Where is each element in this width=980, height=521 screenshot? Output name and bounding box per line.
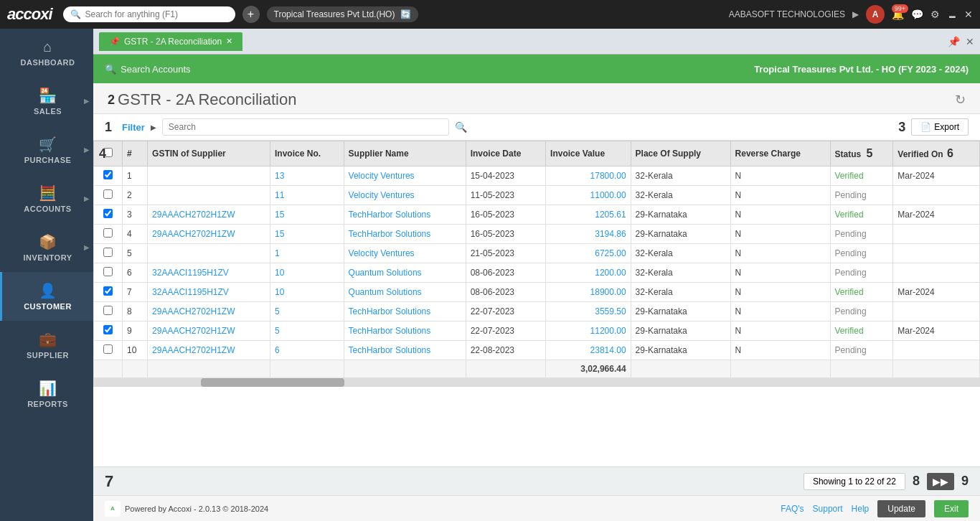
customer-icon: 👤 — [39, 282, 57, 299]
global-search-input[interactable] — [85, 9, 228, 19]
tab-pin-icon: 📌 — [109, 37, 120, 47]
purchase-icon: 🛒 — [39, 136, 57, 153]
sidebar-item-purchase[interactable]: 🛒 PURCHASE ▶ — [0, 126, 93, 174]
scrollbar-thumb[interactable] — [201, 378, 344, 387]
filter-play-icon[interactable]: ▶ — [151, 123, 156, 131]
row-invoice-no[interactable]: 11 — [270, 186, 344, 205]
tab-ctrl-close[interactable]: ✕ — [966, 36, 974, 47]
row-checkbox[interactable] — [103, 209, 113, 218]
row-invoice-no[interactable]: 15 — [270, 205, 344, 225]
row-num: 3 — [123, 205, 148, 225]
row-invoice-no[interactable]: 10 — [270, 263, 344, 283]
row-checkbox-cell — [94, 166, 123, 186]
table-row: 329AAACH2702H1ZW15TechHarbor Solutions16… — [94, 205, 980, 225]
row-checkbox-cell — [94, 341, 123, 360]
settings-icon[interactable]: ⚙ — [930, 9, 940, 20]
support-link[interactable]: Support — [813, 504, 843, 514]
row-invoice-date: 22-07-2023 — [466, 321, 545, 341]
refresh-icon[interactable]: ↻ — [955, 92, 966, 108]
total-cell: 3,02,966.44 — [546, 360, 631, 378]
filter-search-input[interactable] — [162, 118, 449, 136]
add-button[interactable]: + — [242, 6, 260, 23]
filter-search-icon[interactable]: 🔍 — [455, 121, 467, 133]
row-invoice-no[interactable]: 5 — [270, 302, 344, 321]
footer-bar: A Powered by Accoxi - 2.0.13 © 2018-2024… — [93, 495, 980, 521]
messages-icon[interactable]: 💬 — [911, 9, 923, 20]
close-icon[interactable]: ✕ — [964, 9, 973, 20]
row-invoice-no[interactable]: 1 — [270, 244, 344, 263]
row-checkbox[interactable] — [103, 286, 113, 296]
table-row: 929AAACH2702H1ZW5TechHarbor Solutions22-… — [94, 321, 980, 341]
row-status: Verified — [830, 166, 893, 186]
row-checkbox[interactable] — [103, 228, 113, 238]
sidebar-item-customer[interactable]: 👤 CUSTOMER — [0, 272, 93, 321]
tab-close-icon[interactable]: ✕ — [226, 37, 232, 46]
sidebar-item-reports[interactable]: 📊 REPORTS — [0, 370, 93, 418]
supplier-icon: 💼 — [39, 331, 57, 348]
exit-button[interactable]: Exit — [934, 500, 969, 517]
col-supplier-name: Supplier Name — [344, 141, 466, 166]
sidebar-item-accounts[interactable]: 🧮 ACCOUNTS ▶ — [0, 174, 93, 223]
search-accounts-btn[interactable]: 🔍 Search Accounts — [105, 64, 191, 75]
row-checkbox-cell — [94, 283, 123, 302]
total-cell — [730, 360, 830, 378]
number-badge-9: 9 — [961, 474, 969, 489]
row-checkbox[interactable] — [103, 325, 113, 334]
row-gstin: 29AAACH2702H1ZW — [148, 321, 270, 341]
row-invoice-value: 17800.00 — [546, 166, 631, 186]
row-checkbox[interactable] — [103, 248, 113, 257]
update-button[interactable]: Update — [877, 500, 925, 517]
table-row: 211Velocity Ventures11-05-202311000.0032… — [94, 186, 980, 205]
sidebar-item-dashboard[interactable]: ⌂ DASHBOARD — [0, 29, 93, 77]
minimize-icon[interactable]: 🗕 — [947, 9, 957, 20]
filter-button[interactable]: Filter — [122, 122, 145, 133]
row-checkbox[interactable] — [103, 344, 113, 354]
row-checkbox[interactable] — [103, 189, 113, 199]
row-invoice-no[interactable]: 6 — [270, 341, 344, 360]
content-area: 📌 GSTR - 2A Reconciliation ✕ 📌 ✕ 🔍 Searc… — [93, 29, 980, 521]
horizontal-scrollbar[interactable] — [93, 378, 980, 387]
help-link[interactable]: Help — [852, 504, 870, 514]
row-supplier-name: Quantum Solutions — [344, 263, 466, 283]
row-checkbox[interactable] — [103, 306, 113, 315]
sidebar-item-supplier[interactable]: 💼 SUPPLIER — [0, 321, 93, 370]
global-search[interactable]: 🔍 — [63, 6, 235, 22]
company-selector[interactable]: Tropical Treasures Pvt Ltd.(HO) 🔄 — [267, 6, 419, 22]
tab-ctrl-pin[interactable]: 📌 — [948, 36, 960, 47]
row-status: Pending — [830, 302, 893, 321]
faqs-link[interactable]: FAQ's — [781, 504, 804, 514]
sidebar-item-inventory[interactable]: 📦 INVENTORY ▶ — [0, 223, 93, 272]
row-verified-on — [893, 244, 980, 263]
row-checkbox[interactable] — [103, 267, 113, 276]
row-invoice-value: 18900.00 — [546, 283, 631, 302]
row-supplier-name: TechHarbor Solutions — [344, 225, 466, 244]
row-invoice-value: 6725.00 — [546, 244, 631, 263]
row-invoice-value: 3194.86 — [546, 225, 631, 244]
title-area: 2 GSTR - 2A Reconciliation ↻ — [93, 83, 980, 114]
refresh-company-icon[interactable]: 🔄 — [400, 9, 411, 19]
user-avatar[interactable]: A — [866, 5, 885, 24]
sidebar-item-sales[interactable]: 🏪 SALES ▶ — [0, 77, 93, 126]
row-checkbox[interactable] — [103, 170, 113, 179]
row-invoice-no[interactable]: 10 — [270, 283, 344, 302]
page-next-btn[interactable]: ▶▶ — [927, 473, 954, 490]
accounts-icon: 🧮 — [39, 184, 57, 202]
gstr-tab[interactable]: 📌 GSTR - 2A Reconciliation ✕ — [99, 32, 242, 51]
purchase-arrow: ▶ — [84, 146, 90, 154]
export-button[interactable]: 📄 Export — [911, 118, 969, 136]
number-badge-1: 1 — [105, 120, 112, 135]
top-right-controls: AABASOFT TECHNOLOGIES ▶ A 🔔 99+ 💬 ⚙ 🗕 ✕ — [729, 5, 973, 24]
row-invoice-no[interactable]: 15 — [270, 225, 344, 244]
row-reverse-charge: N — [730, 225, 830, 244]
row-invoice-no[interactable]: 13 — [270, 166, 344, 186]
col-verified-on: Verified On 6 — [893, 141, 980, 166]
page-title: GSTR - 2A Reconciliation — [118, 90, 955, 109]
row-reverse-charge: N — [730, 205, 830, 225]
notifications-icon[interactable]: 🔔 99+ — [892, 9, 904, 20]
reconciliation-table: # GSTIN of Supplier Invoice No. Supplier… — [93, 141, 980, 378]
row-supplier-name: TechHarbor Solutions — [344, 205, 466, 225]
row-invoice-no[interactable]: 5 — [270, 321, 344, 341]
table-container[interactable]: # GSTIN of Supplier Invoice No. Supplier… — [93, 141, 980, 387]
pagination-bar: 7 Showing 1 to 22 of 22 8 ▶▶ 9 — [93, 466, 980, 495]
row-invoice-value: 11200.00 — [546, 321, 631, 341]
